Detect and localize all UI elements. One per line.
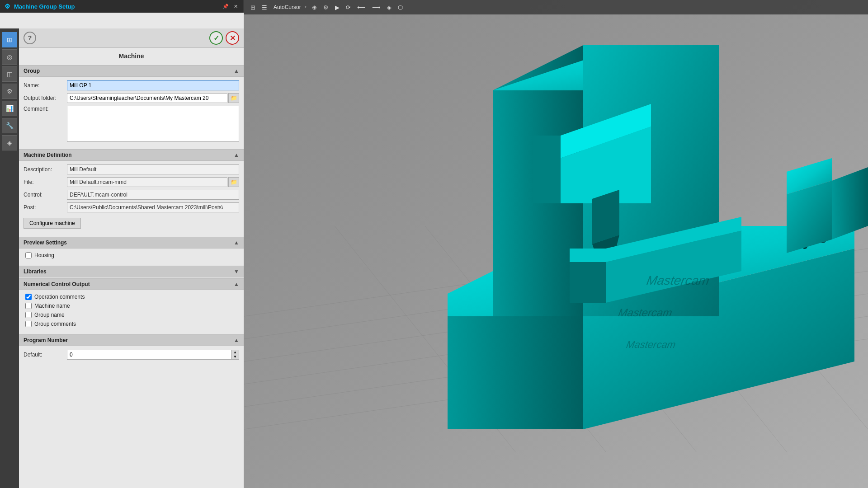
default-label: Default: (24, 352, 64, 358)
machine-header: Machine (19, 48, 244, 64)
svg-text:Mastercam: Mastercam (618, 306, 673, 319)
spin-buttons: ▲ ▼ (231, 350, 239, 360)
toolbar-icon-10[interactable]: ⬡ (396, 3, 405, 12)
program-number-collapse-btn[interactable]: ▲ (234, 337, 239, 343)
libraries-label: Libraries (24, 268, 47, 275)
ok-button[interactable]: ✓ (209, 31, 223, 45)
configure-machine-button[interactable]: Configure machine (24, 218, 81, 229)
group-name-checkbox[interactable] (25, 312, 32, 318)
machine-def-label: Machine Definition (24, 152, 72, 158)
toolbar-icon-4[interactable]: ⚙ (321, 3, 330, 12)
toolbar-icon-3[interactable]: ⊕ (310, 3, 319, 12)
svg-text:Mastercam: Mastercam (646, 273, 711, 287)
toolbar-icon-6[interactable]: ⟳ (344, 3, 353, 12)
svg-marker-24 (570, 262, 606, 303)
numerical-control-content: Operation comments Machine name Group na… (19, 290, 244, 333)
output-folder-input[interactable] (67, 93, 227, 103)
svg-marker-13 (448, 316, 583, 429)
viewport-toolbar: ⊞ ☰ AutoCursor • ⊕ ⚙ ▶ ⟳ ⟵ ⟶ ◈ ⬡ (244, 0, 868, 14)
default-input[interactable] (67, 350, 231, 360)
svg-marker-21 (592, 190, 619, 244)
toolbar-icon-2[interactable]: ☰ (260, 3, 269, 12)
sidebar-item-machine[interactable]: ⊞ (2, 32, 17, 47)
sidebar-item-3[interactable]: ◫ (2, 66, 17, 82)
group-name-row: Group name (24, 312, 239, 318)
pin-button[interactable]: 📌 (222, 3, 229, 10)
comment-row: Comment: (24, 106, 239, 142)
autocursor-label: AutoCursor (274, 4, 301, 10)
operation-comments-label[interactable]: Operation comments (34, 294, 85, 300)
name-label: Name: (24, 82, 64, 89)
housing-row: Housing (24, 252, 239, 258)
viewport: ⊞ ☰ AutoCursor • ⊕ ⚙ ▶ ⟳ ⟵ ⟶ ◈ ⬡ (244, 0, 868, 488)
preview-settings-header[interactable]: Preview Settings ▲ (19, 237, 244, 249)
toolbar-icon-8[interactable]: ⟶ (370, 3, 382, 12)
sidebar: ⊞ ◎ ◫ ⚙ 📊 🔧 ◈ (0, 28, 19, 488)
housing-checkbox[interactable] (25, 252, 32, 258)
machine-name-row: Machine name (24, 303, 239, 309)
comment-textarea[interactable] (67, 106, 239, 142)
operation-comments-checkbox[interactable] (25, 294, 32, 300)
toolbar-icon-7[interactable]: ⟵ (355, 3, 368, 12)
spin-up-button[interactable]: ▲ (231, 350, 239, 355)
group-section-header[interactable]: Group ▲ (19, 65, 244, 77)
toolbar-icon-9[interactable]: ◈ (385, 3, 393, 12)
group-section-content: Name: Output folder: 📁 Comment: (19, 77, 244, 148)
default-row: Default: ▲ ▼ (24, 350, 239, 360)
sidebar-item-2[interactable]: ◎ (2, 49, 17, 65)
name-input[interactable] (67, 80, 239, 90)
group-collapse-btn[interactable]: ▲ (234, 68, 239, 74)
machine-def-content: Description: File: 📁 Control: (19, 161, 244, 236)
output-folder-browse-btn[interactable]: 📁 (228, 93, 239, 103)
control-input[interactable] (67, 190, 239, 200)
cancel-button[interactable]: ✕ (226, 31, 239, 45)
libraries-header[interactable]: Libraries ▼ (19, 266, 244, 277)
help-button[interactable]: ? (24, 32, 36, 44)
machine-name-label[interactable]: Machine name (34, 303, 70, 309)
machine-name-checkbox[interactable] (25, 303, 32, 309)
machine-def-collapse-btn[interactable]: ▲ (234, 152, 239, 158)
file-browse-btn[interactable]: 📁 (228, 177, 239, 187)
control-label: Control: (24, 192, 64, 198)
file-input-group: 📁 (67, 177, 239, 187)
window-title: Machine Group Setup (14, 3, 75, 10)
preview-settings-label: Preview Settings (24, 239, 67, 246)
output-folder-input-group: 📁 (67, 93, 239, 103)
title-bar-left: ⚙ Machine Group Setup (5, 3, 75, 10)
output-folder-label: Output folder: (24, 95, 64, 101)
housing-label[interactable]: Housing (34, 252, 54, 258)
sidebar-item-7[interactable]: ◈ (2, 135, 17, 150)
file-row: File: 📁 (24, 177, 239, 187)
group-name-label[interactable]: Group name (34, 312, 65, 318)
sidebar-item-6[interactable]: 🔧 (2, 118, 17, 133)
program-number-content: Default: ▲ ▼ (19, 346, 244, 366)
description-label: Description: (24, 166, 64, 173)
toolbar-icon-5[interactable]: ▶ (333, 3, 341, 12)
sidebar-item-4[interactable]: ⚙ (2, 84, 17, 99)
spin-down-button[interactable]: ▼ (231, 355, 239, 359)
preview-settings-collapse-btn[interactable]: ▲ (234, 239, 239, 246)
comment-label: Comment: (24, 106, 64, 112)
default-spin-wrapper: ▲ ▼ (67, 350, 239, 360)
program-number-label: Program Number (24, 337, 68, 343)
libraries-collapse-btn[interactable]: ▼ (234, 268, 239, 275)
program-number-header[interactable]: Program Number ▲ (19, 334, 244, 346)
post-input[interactable] (67, 202, 239, 212)
operation-comments-row: Operation comments (24, 294, 239, 300)
numerical-control-header[interactable]: Numerical Control Output ▲ (19, 278, 244, 290)
group-comments-label[interactable]: Group comments (34, 321, 76, 327)
sidebar-item-5[interactable]: 📊 (2, 101, 17, 116)
toolbar-icon-1[interactable]: ⊞ (249, 3, 257, 12)
close-window-button[interactable]: ✕ (232, 3, 239, 10)
machine-def-section-header[interactable]: Machine Definition ▲ (19, 149, 244, 161)
file-input[interactable] (67, 177, 227, 187)
group-comments-row: Group comments (24, 321, 239, 327)
group-section-label: Group (24, 68, 40, 74)
main-content: ? ✓ ✕ Machine Group ▲ Name: (19, 28, 244, 488)
description-input[interactable] (67, 164, 239, 174)
app-icon: ⚙ (5, 3, 10, 10)
description-row: Description: (24, 164, 239, 174)
numerical-control-collapse-btn[interactable]: ▲ (234, 281, 239, 287)
file-label: File: (24, 179, 64, 185)
group-comments-checkbox[interactable] (25, 321, 32, 327)
